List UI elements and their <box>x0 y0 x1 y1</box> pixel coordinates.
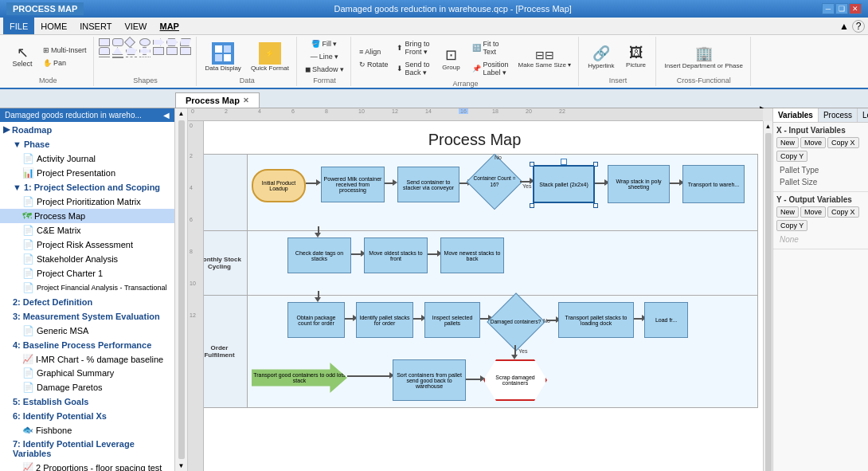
input-pallet-type[interactable]: Pallet Type <box>776 164 865 176</box>
fill-btn[interactable]: 🪣 Fill ▾ <box>308 38 340 49</box>
scroll-up-btn-r[interactable]: ▲ <box>764 121 772 131</box>
shape-transport[interactable]: Transport to wareh... <box>682 165 745 203</box>
menu-view[interactable]: VIEW <box>118 18 153 34</box>
rotate-btn[interactable]: ↻ Rotate <box>356 59 392 70</box>
quick-format-btn[interactable]: ⚡ Quick Format <box>247 40 293 74</box>
shape-wrap-stack[interactable]: Wrap stack in poly sheeting <box>608 165 670 203</box>
tree-graphical-summary[interactable]: 📄 Graphical Summary <box>0 366 174 380</box>
insert-dept-btn[interactable]: 🏢 Insert Department or Phase <box>661 42 747 72</box>
tree-process-map[interactable]: 🗺 Process Map <box>0 209 174 223</box>
tree-ppm[interactable]: 📄 Project Prioritization Matrix <box>0 194 174 209</box>
tree-section-2[interactable]: 2: Defect Definition <box>0 295 174 309</box>
pos-label-btn[interactable]: 📌 PositionLabel ▾ <box>469 59 511 78</box>
scroll-up-btn[interactable]: ▲ <box>177 108 186 119</box>
shape-rect[interactable] <box>99 38 110 46</box>
output-new-btn[interactable]: New <box>776 206 799 218</box>
shape-pent[interactable] <box>126 47 137 55</box>
tree-risk[interactable]: 📄 Project Risk Assessment <box>0 237 174 252</box>
tree-imr-chart[interactable]: 📈 I-MR Chart - % damage baseline <box>0 352 174 366</box>
left-panel-collapse[interactable]: ◀ <box>163 111 170 120</box>
menu-map[interactable]: MAP <box>154 18 186 34</box>
tree-section-3[interactable]: 3: Measurement System Evaluation <box>0 309 174 324</box>
shape-conn1[interactable] <box>99 57 110 65</box>
shape-diamond-s[interactable] <box>123 37 135 48</box>
tree-activity-journal[interactable]: 📄 Activity Journal <box>0 151 174 166</box>
same-size-btn[interactable]: ⊟⊟ Make Same Size ▾ <box>514 46 576 71</box>
shape-sort[interactable]: Sort containers from pallet send good ba… <box>393 359 466 401</box>
tree-section-7[interactable]: 7: Identify Potential Leverage Variables <box>0 437 174 461</box>
tree-section-1[interactable]: ▼ 1: Project Selection and Scoping <box>0 180 174 194</box>
canvas-scroll[interactable]: Process Map Initial Product Loadup Power… <box>188 121 763 471</box>
shape-check-date[interactable]: Check date tags on stacks <box>287 237 351 273</box>
tab-close-icon[interactable]: ✕ <box>243 96 249 104</box>
bring-front-btn[interactable]: ⬆ Bring toFront ▾ <box>393 38 432 57</box>
tree-charter[interactable]: 📄 Project Charter 1 <box>0 266 174 281</box>
shape-scrap[interactable]: Scrap damaged containers <box>483 359 547 401</box>
help-btn[interactable]: ? <box>852 20 865 33</box>
input-new-btn[interactable]: New <box>776 137 799 148</box>
shape-transport-good[interactable]: Transport good containers to odd lots st… <box>252 361 347 394</box>
align-btn[interactable]: ≡ Align <box>356 46 392 57</box>
shape-conn2[interactable] <box>112 57 123 65</box>
tree-2prop[interactable]: 📈 2 Proportions - floor spacing test <box>0 461 174 471</box>
shape-dbl-arrow[interactable] <box>180 47 191 55</box>
shape-move-oldest[interactable]: Move oldest stacks to front <box>364 237 428 273</box>
select-btn[interactable]: ↖ Select <box>6 43 38 70</box>
input-copyx-btn[interactable]: Copy X <box>827 137 859 148</box>
line-btn[interactable]: — Line ▾ <box>307 51 342 62</box>
tab-lean[interactable]: Lean <box>858 108 868 122</box>
tree-section-4[interactable]: 4: Baseline Process Performance <box>0 338 174 352</box>
tab-process-map[interactable]: Process Map ✕ <box>175 92 260 108</box>
picture-btn[interactable]: 🖼 Picture <box>620 42 652 71</box>
multi-insert-btn[interactable]: ⊞ Multi-Insert <box>40 45 90 56</box>
shape-move-newest[interactable]: Move newest stacks to back <box>440 237 504 273</box>
input-move-btn[interactable]: Move <box>800 137 826 148</box>
minimize-btn[interactable]: ─ <box>822 3 835 14</box>
v-scroll-thumb-r[interactable] <box>765 133 772 471</box>
shape-conn3[interactable] <box>126 57 137 65</box>
pan-btn[interactable]: ✋ Pan <box>40 57 90 69</box>
restore-btn[interactable]: ❑ <box>835 3 848 14</box>
shape-inspect[interactable]: Inspect selected pallets <box>424 302 480 338</box>
shape-conn4[interactable] <box>139 57 151 65</box>
input-pallet-size[interactable]: Pallet Size <box>776 176 865 188</box>
shape-star[interactable] <box>153 47 164 55</box>
shape-ellipse[interactable] <box>139 38 151 46</box>
tree-financial[interactable]: 📄 Project Financial Analysis - Transacti… <box>0 281 174 295</box>
group-btn[interactable]: ⊡ Group <box>435 44 467 73</box>
shape-doc[interactable] <box>166 47 178 55</box>
v-scroll-thumb[interactable] <box>178 120 185 459</box>
shape-damaged[interactable]: Damaged containers? <box>490 300 542 344</box>
output-move-btn[interactable]: Move <box>800 206 826 218</box>
shape-hex[interactable] <box>166 38 178 46</box>
menu-insert[interactable]: INSERT <box>73 18 118 34</box>
shape-container-count[interactable]: Container Count = 16? <box>469 159 520 205</box>
v-scroll-left[interactable]: ▲ ▼ <box>175 108 188 471</box>
tree-project-presentation[interactable]: 📊 Project Presentation <box>0 166 174 180</box>
shape-send-container[interactable]: Send container to stacker via conveyor <box>397 167 459 202</box>
shape-powered-milk[interactable]: Powered Milk container received from pro… <box>321 167 385 202</box>
shape-round-rect[interactable] <box>112 38 123 46</box>
shape-initial-product[interactable]: Initial Product Loadup <box>252 169 306 202</box>
tree-phase[interactable]: ▼ Phase <box>0 137 174 151</box>
shape-cyl[interactable] <box>99 47 110 55</box>
ribbon-collapse-btn[interactable]: ▲ <box>836 21 852 32</box>
send-back-btn[interactable]: ⬇ Send toBack ▾ <box>393 59 432 78</box>
data-display-btn[interactable]: Data Display <box>201 40 245 74</box>
tree-roadmap[interactable]: ▶ Roadmap <box>0 122 174 137</box>
hyperlink-btn[interactable]: 🔗 Hyperlink <box>584 42 618 72</box>
shape-cross[interactable] <box>139 47 151 55</box>
tab-process[interactable]: Process <box>819 108 858 122</box>
tree-generic-msa[interactable]: 📄 Generic MSA <box>0 324 174 338</box>
output-copyx-btn[interactable]: Copy X <box>827 206 859 218</box>
shape-arrow[interactable] <box>153 38 164 46</box>
tree-section-5[interactable]: 5: Establish Goals <box>0 394 174 409</box>
shape-conn6[interactable] <box>166 57 178 65</box>
shape-transport-loading[interactable]: Transport pallet stacks to loading dock <box>558 302 634 338</box>
shadow-btn[interactable]: ◼ Shadow ▾ <box>302 64 347 75</box>
shape-obtain-package[interactable]: Obtain package count for order <box>287 302 345 338</box>
tree-section-6[interactable]: 6: Identify Potential Xs <box>0 409 174 423</box>
tab-variables[interactable]: Variables <box>773 108 819 122</box>
shape-para[interactable] <box>180 38 191 46</box>
scroll-down-btn[interactable]: ▼ <box>177 461 186 471</box>
